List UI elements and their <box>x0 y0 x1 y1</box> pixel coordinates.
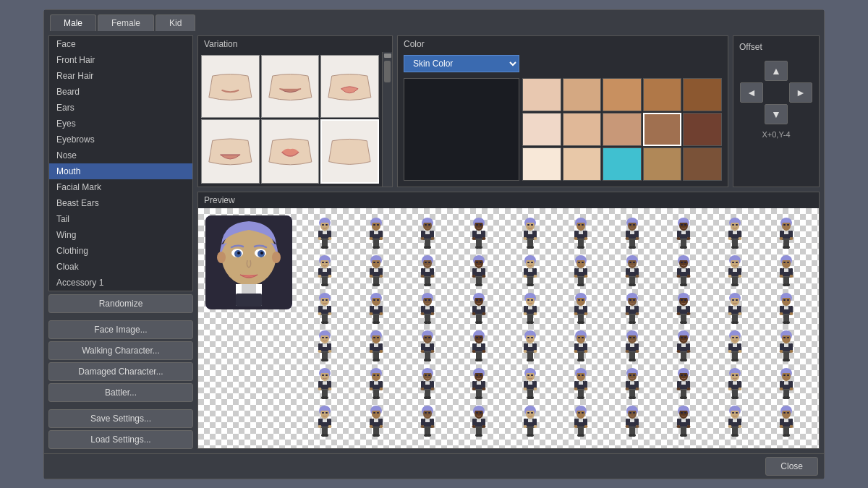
swatch-0[interactable] <box>522 78 561 111</box>
category-facial-mark[interactable]: Facial Mark <box>49 179 192 195</box>
randomize-button[interactable]: Randomize <box>48 294 193 313</box>
walking-character-button[interactable]: Walking Character... <box>48 341 193 360</box>
variation-cell-3[interactable] <box>320 55 379 119</box>
svg-rect-330 <box>786 277 789 284</box>
category-accessory2[interactable]: Accessory 2 <box>49 291 192 291</box>
svg-rect-458 <box>684 314 686 322</box>
tab-kid[interactable]: Kid <box>156 14 195 31</box>
face-image-button[interactable]: Face Image... <box>48 320 193 339</box>
offset-up-button[interactable]: ▲ <box>765 61 788 81</box>
swatch-13[interactable] <box>643 147 682 181</box>
svg-rect-533 <box>421 343 424 351</box>
svg-rect-849 <box>428 412 430 414</box>
category-tail[interactable]: Tail <box>49 211 192 227</box>
category-nose[interactable]: Nose <box>49 147 192 163</box>
variation-scrollbar[interactable] <box>382 52 392 187</box>
svg-rect-473 <box>732 314 735 322</box>
swatch-7[interactable] <box>603 113 642 146</box>
swatch-5[interactable] <box>522 113 561 146</box>
svg-point-631 <box>728 350 731 353</box>
battler-button[interactable]: Battler... <box>48 383 193 402</box>
svg-rect-621 <box>680 343 687 344</box>
variation-cell-1[interactable] <box>201 55 260 119</box>
svg-point-39 <box>370 237 373 240</box>
color-dropdown[interactable]: Skin Color <box>404 55 519 72</box>
swatch-14[interactable] <box>683 147 722 181</box>
svg-rect-490 <box>786 314 789 322</box>
category-front-hair[interactable]: Front Hair <box>49 52 192 68</box>
svg-rect-932 <box>679 427 688 428</box>
svg-point-56 <box>430 237 434 240</box>
svg-rect-480 <box>783 299 786 301</box>
svg-rect-762 <box>632 390 635 397</box>
svg-rect-441 <box>629 314 632 322</box>
swatch-4[interactable] <box>683 78 722 111</box>
swatch-6[interactable] <box>563 113 602 146</box>
offset-left-button[interactable]: ◄ <box>740 82 763 103</box>
svg-rect-406 <box>534 306 537 313</box>
svg-point-552 <box>482 350 485 353</box>
swatch-10[interactable] <box>522 147 561 181</box>
svg-rect-662 <box>328 381 331 388</box>
swatch-2[interactable] <box>603 78 642 111</box>
load-settings-button[interactable]: Load Settings... <box>48 430 193 449</box>
sprite-cell <box>504 366 556 403</box>
svg-rect-409 <box>527 314 530 322</box>
svg-point-215 <box>420 275 424 278</box>
category-ears[interactable]: Ears <box>49 100 192 116</box>
swatch-9[interactable] <box>683 113 722 146</box>
svg-point-663 <box>318 388 322 390</box>
close-button[interactable]: Close <box>765 457 818 476</box>
svg-rect-260 <box>576 276 585 278</box>
category-eyebrows[interactable]: Eyebrows <box>49 132 192 147</box>
svg-point-743 <box>574 388 578 390</box>
category-accessory1[interactable]: Accessory 1 <box>49 275 192 291</box>
svg-point-584 <box>584 350 588 353</box>
tab-male[interactable]: Male <box>50 14 96 31</box>
svg-rect-429 <box>577 306 584 307</box>
svg-rect-913 <box>633 412 635 414</box>
svg-rect-256 <box>578 262 580 263</box>
swatch-8[interactable] <box>643 113 682 146</box>
offset-down-button[interactable]: ▼ <box>765 104 788 124</box>
svg-point-471 <box>728 312 731 315</box>
category-beard[interactable]: Beard <box>49 84 192 100</box>
svg-rect-609 <box>684 337 686 338</box>
svg-point-572 <box>529 359 534 361</box>
variation-cell-5[interactable] <box>261 119 320 183</box>
category-rear-hair[interactable]: Rear Hair <box>49 68 192 84</box>
category-eyes[interactable]: Eyes <box>49 116 192 132</box>
svg-rect-324 <box>782 276 791 278</box>
svg-rect-745 <box>578 390 581 397</box>
sprite-cell <box>658 291 710 328</box>
offset-right-button[interactable]: ► <box>789 82 812 103</box>
category-face[interactable]: Face <box>49 36 192 52</box>
damaged-character-button[interactable]: Damaged Character... <box>48 362 193 381</box>
sprite-cell <box>556 291 607 328</box>
variation-cell-6[interactable] <box>320 119 379 183</box>
svg-rect-54 <box>431 231 434 238</box>
sprite-cell <box>760 253 812 291</box>
svg-rect-950 <box>739 419 741 426</box>
svg-rect-128 <box>681 224 683 226</box>
swatch-12[interactable] <box>603 147 642 181</box>
swatch-1[interactable] <box>563 78 602 111</box>
svg-rect-693 <box>421 381 424 388</box>
variation-cell-4[interactable] <box>201 119 260 183</box>
category-wing[interactable]: Wing <box>49 227 192 243</box>
sprite-cell <box>709 291 760 328</box>
category-beast-ears[interactable]: Beast Ears <box>49 195 192 211</box>
category-clothing[interactable]: Clothing <box>49 243 192 259</box>
svg-rect-452 <box>679 314 688 315</box>
offset-empty-br <box>789 104 812 124</box>
tab-female[interactable]: Female <box>98 14 154 31</box>
swatch-11[interactable] <box>563 147 602 181</box>
main-content: Face Front Hair Rear Hair Beard Ears Eye… <box>44 31 824 453</box>
svg-rect-820 <box>320 427 329 428</box>
swatch-3[interactable] <box>643 78 682 111</box>
category-mouth[interactable]: Mouth <box>49 163 192 179</box>
svg-rect-725 <box>524 381 527 388</box>
save-settings-button[interactable]: Save Settings... <box>48 409 193 428</box>
category-cloak[interactable]: Cloak <box>49 259 192 275</box>
variation-cell-2[interactable] <box>261 55 320 119</box>
